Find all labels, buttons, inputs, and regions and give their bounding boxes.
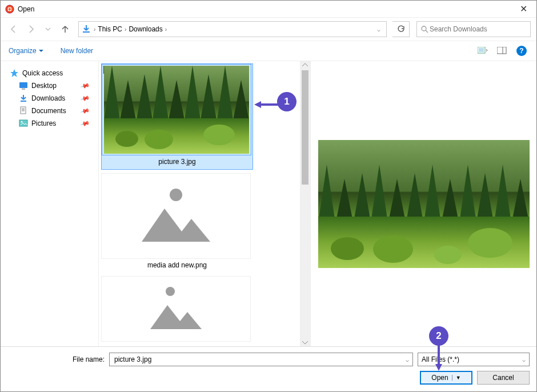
file-label: picture 3.jpg bbox=[102, 155, 253, 169]
sidebar: Quick access Desktop 📌 Downloads 📌 Docum… bbox=[1, 61, 99, 346]
svg-rect-12 bbox=[21, 107, 26, 114]
annotation-arrow-1 bbox=[254, 100, 279, 109]
svg-point-18 bbox=[170, 189, 182, 201]
toolbar: Organize New folder ? bbox=[1, 41, 536, 61]
annotation-badge-2: 2 bbox=[429, 326, 448, 346]
content-area: ✓ picture 3.jpg bbox=[99, 61, 536, 346]
svg-point-3 bbox=[422, 26, 426, 31]
forward-button[interactable] bbox=[23, 22, 38, 37]
titlebar-title: Open bbox=[18, 5, 515, 13]
thumbnail-wrap bbox=[101, 173, 251, 259]
chevron-down-icon[interactable]: ⌵ bbox=[406, 357, 409, 363]
sidebar-item-label: Pictures bbox=[31, 119, 56, 127]
sidebar-desktop[interactable]: Desktop 📌 bbox=[5, 79, 94, 92]
svg-rect-2 bbox=[83, 31, 90, 33]
search-input[interactable] bbox=[428, 25, 527, 34]
search-icon bbox=[420, 25, 428, 33]
new-folder-button[interactable]: New folder bbox=[61, 47, 93, 55]
thumbnail-wrap bbox=[101, 276, 251, 342]
chevron-right-icon: › bbox=[165, 26, 167, 33]
downloads-icon bbox=[19, 94, 28, 103]
file-item[interactable] bbox=[101, 276, 253, 342]
pin-icon: 📌 bbox=[80, 81, 91, 91]
downloads-arrow-icon bbox=[81, 24, 91, 34]
image-placeholder-icon bbox=[139, 283, 213, 335]
svg-rect-9 bbox=[19, 82, 27, 88]
panel-icon bbox=[497, 47, 507, 55]
open-dialog: Open ✕ › This PC › Downloads › ⌵ bbox=[0, 0, 537, 392]
button-row: Open ▼ Cancel bbox=[7, 371, 530, 385]
desktop-icon bbox=[19, 81, 28, 90]
up-button[interactable] bbox=[58, 22, 73, 37]
file-label: media add new.png bbox=[101, 259, 253, 273]
app-icon bbox=[5, 5, 14, 14]
help-icon: ? bbox=[516, 46, 527, 56]
sidebar-item-label: Downloads bbox=[31, 94, 65, 102]
svg-rect-11 bbox=[21, 101, 26, 102]
documents-icon bbox=[19, 106, 28, 115]
view-options-button[interactable] bbox=[476, 44, 490, 58]
nav-bar: › This PC › Downloads › ⌵ bbox=[1, 18, 536, 41]
pictures-icon bbox=[19, 119, 28, 128]
footer: File name: ⌵ All Files (*.*) ⌵ Open ▼ Ca… bbox=[1, 346, 536, 391]
sidebar-pictures[interactable]: Pictures 📌 bbox=[5, 117, 94, 130]
file-item-selected[interactable]: ✓ picture 3.jpg bbox=[101, 63, 253, 170]
breadcrumb-expand[interactable]: ⌵ bbox=[374, 26, 384, 33]
chevron-down-icon: ⌵ bbox=[522, 357, 526, 363]
annotation-arrow-2 bbox=[434, 343, 443, 371]
filename-label: File name: bbox=[7, 355, 105, 363]
picture-icon bbox=[478, 47, 488, 55]
svg-rect-6 bbox=[479, 48, 484, 52]
breadcrumb-downloads[interactable]: Downloads bbox=[126, 25, 165, 33]
preview-pane bbox=[310, 61, 536, 346]
thumbnail-wrap: ✓ bbox=[102, 64, 251, 155]
scroll-thumb[interactable] bbox=[302, 70, 308, 185]
image-placeholder-icon bbox=[133, 185, 219, 247]
svg-point-17 bbox=[21, 121, 23, 123]
annotation-badge-1: 1 bbox=[277, 92, 296, 111]
breadcrumb[interactable]: › This PC › Downloads › ⌵ bbox=[78, 21, 387, 37]
scroll-up-icon[interactable] bbox=[300, 61, 310, 69]
scrollbar[interactable] bbox=[300, 61, 310, 346]
preview-image bbox=[318, 140, 530, 268]
open-button[interactable]: Open ▼ bbox=[420, 371, 472, 385]
titlebar: Open ✕ bbox=[1, 1, 536, 18]
sidebar-quick-access[interactable]: Quick access bbox=[5, 67, 94, 79]
filename-input[interactable] bbox=[113, 355, 406, 364]
search-box[interactable] bbox=[416, 21, 531, 37]
forest-thumbnail bbox=[104, 66, 249, 154]
help-button[interactable]: ? bbox=[515, 44, 528, 58]
refresh-button[interactable] bbox=[392, 21, 410, 37]
svg-rect-10 bbox=[22, 89, 25, 90]
chevron-down-icon bbox=[45, 26, 51, 32]
cancel-button[interactable]: Cancel bbox=[477, 371, 530, 385]
recent-dropdown[interactable] bbox=[41, 22, 55, 37]
sidebar-documents[interactable]: Documents 📌 bbox=[5, 105, 94, 117]
star-icon bbox=[10, 69, 19, 78]
open-button-label: Open bbox=[431, 374, 448, 382]
svg-line-4 bbox=[426, 30, 428, 33]
pin-icon: 📌 bbox=[80, 118, 91, 129]
arrow-left-icon bbox=[9, 25, 18, 34]
sidebar-item-label: Quick access bbox=[22, 69, 63, 77]
sidebar-item-label: Documents bbox=[31, 107, 66, 115]
pin-icon: 📌 bbox=[80, 93, 91, 103]
file-item[interactable]: media add new.png bbox=[101, 173, 253, 273]
close-icon[interactable]: ✕ bbox=[515, 3, 532, 14]
arrow-up-icon bbox=[61, 25, 70, 34]
preview-pane-button[interactable] bbox=[495, 44, 509, 58]
sidebar-item-label: Desktop bbox=[31, 82, 57, 90]
organize-menu[interactable]: Organize bbox=[9, 47, 43, 55]
breadcrumb-this-pc[interactable]: This PC bbox=[95, 25, 125, 33]
scroll-down-icon[interactable] bbox=[300, 338, 310, 346]
filename-row: File name: ⌵ All Files (*.*) ⌵ bbox=[7, 353, 530, 366]
back-button[interactable] bbox=[6, 22, 21, 37]
svg-point-19 bbox=[166, 287, 175, 296]
filename-input-wrap[interactable]: ⌵ bbox=[109, 353, 413, 366]
sidebar-downloads[interactable]: Downloads 📌 bbox=[5, 92, 94, 105]
svg-rect-7 bbox=[497, 47, 506, 54]
refresh-icon bbox=[397, 25, 405, 33]
arrow-right-icon bbox=[26, 25, 35, 34]
pin-icon: 📌 bbox=[80, 106, 91, 116]
